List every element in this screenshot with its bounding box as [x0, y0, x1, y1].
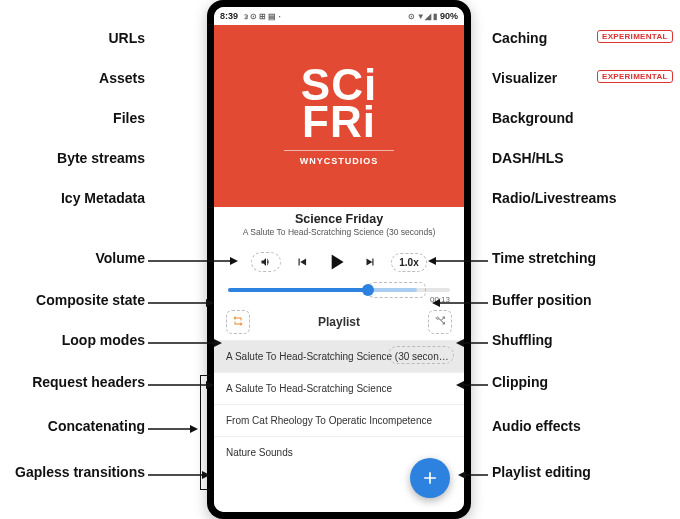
art-divider — [284, 150, 394, 151]
loop-icon — [231, 315, 245, 327]
shuffle-icon — [433, 315, 447, 327]
label-volume: Volume — [0, 250, 145, 266]
status-right: ⊙ ▼◢ ▮ 90% — [408, 11, 458, 21]
label-files: Files — [0, 110, 145, 126]
phone-screen: 8:39 ᴈ ⊙ ⊞ ▤ · ⊙ ▼◢ ▮ 90% SCi FRi WNYCST… — [214, 7, 464, 512]
label-clipping: Clipping — [492, 374, 548, 390]
loop-button[interactable] — [226, 310, 250, 334]
clip-highlight — [388, 346, 454, 364]
volume-icon — [259, 256, 273, 268]
art-line2: FRi — [302, 103, 376, 140]
skip-previous-icon — [295, 255, 309, 269]
status-bar: 8:39 ᴈ ⊙ ⊞ ▤ · ⊙ ▼◢ ▮ 90% — [214, 7, 464, 25]
progress-bar[interactable] — [228, 288, 450, 292]
label-composite-state: Composite state — [0, 292, 145, 308]
label-playlist-editing: Playlist editing — [492, 464, 591, 480]
badge-experimental-visualizer: EXPERIMENTAL — [597, 70, 673, 83]
play-button[interactable] — [323, 249, 349, 275]
prev-button[interactable] — [295, 255, 309, 269]
art-studio: WNYCSTUDIOS — [300, 156, 379, 166]
label-caching: Caching — [492, 30, 547, 46]
label-byte-streams: Byte streams — [0, 150, 145, 166]
svg-marker-11 — [190, 425, 198, 433]
speed-label: 1.0x — [399, 257, 418, 268]
playlist-header: Playlist — [214, 308, 464, 340]
label-assets: Assets — [0, 70, 145, 86]
shuffle-button[interactable] — [428, 310, 452, 334]
status-left: 8:39 ᴈ ⊙ ⊞ ▤ · — [220, 11, 281, 21]
album-art: SCi FRi WNYCSTUDIOS — [214, 25, 464, 207]
label-urls: URLs — [0, 30, 145, 46]
skip-next-icon — [363, 255, 377, 269]
label-dash-hls: DASH/HLS — [492, 150, 564, 166]
progress-played — [228, 288, 368, 292]
add-fab[interactable] — [410, 458, 450, 498]
track-subtitle: A Salute To Head-Scratching Science (30 … — [220, 227, 458, 237]
phone-device: 8:39 ᴈ ⊙ ⊞ ▤ · ⊙ ▼◢ ▮ 90% SCi FRi WNYCST… — [207, 0, 471, 519]
diagram-stage: 8:39 ᴈ ⊙ ⊞ ▤ · ⊙ ▼◢ ▮ 90% SCi FRi WNYCST… — [0, 0, 680, 519]
arrow-concatenating — [148, 423, 198, 435]
speed-button[interactable]: 1.0x — [391, 253, 426, 272]
label-request-headers: Request headers — [0, 374, 145, 390]
label-icy-metadata: Icy Metadata — [0, 190, 145, 206]
play-icon — [323, 249, 349, 275]
track-title: Science Friday — [220, 212, 458, 226]
label-loop-modes: Loop modes — [0, 332, 145, 348]
status-time: 8:39 — [220, 11, 238, 21]
progress-thumb[interactable] — [362, 284, 374, 296]
player-controls: 1.0x — [214, 243, 464, 279]
buffer-highlight — [368, 282, 426, 298]
volume-button[interactable] — [251, 252, 281, 272]
label-concatenating: Concatenating — [0, 418, 145, 434]
status-left-icons: ᴈ ⊙ ⊞ ▤ · — [244, 12, 281, 21]
track-title-block: Science Friday A Salute To Head-Scratchi… — [214, 207, 464, 243]
label-background: Background — [492, 110, 574, 126]
status-right-icons: ⊙ ▼◢ ▮ — [408, 12, 437, 21]
label-shuffling: Shuffling — [492, 332, 553, 348]
concat-bracket — [200, 375, 210, 490]
label-audio-effects: Audio effects — [492, 418, 581, 434]
label-buffer-position: Buffer position — [492, 292, 592, 308]
status-battery: 90% — [440, 11, 458, 21]
label-radio-livestreams: Radio/Livestreams — [492, 190, 617, 206]
playlist-item[interactable]: From Cat Rheology To Operatic Incompeten… — [214, 404, 464, 436]
playlist-title: Playlist — [318, 315, 360, 329]
plus-icon — [420, 468, 440, 488]
badge-experimental-caching: EXPERIMENTAL — [597, 30, 673, 43]
playlist-item[interactable]: A Salute To Head-Scratching Science — [214, 372, 464, 404]
arrow-composite-state — [148, 297, 214, 309]
progress-area: 00:13 — [214, 279, 464, 308]
label-gapless-transitions: Gapless transitions — [0, 464, 145, 480]
label-visualizer: Visualizer — [492, 70, 557, 86]
art-studio-b: STUDIOS — [331, 156, 378, 166]
playlist: A Salute To Head-Scratching Science (30 … — [214, 340, 464, 512]
label-time-stretching: Time stretching — [492, 250, 596, 266]
next-button[interactable] — [363, 255, 377, 269]
art-studio-a: WNYC — [300, 156, 332, 166]
